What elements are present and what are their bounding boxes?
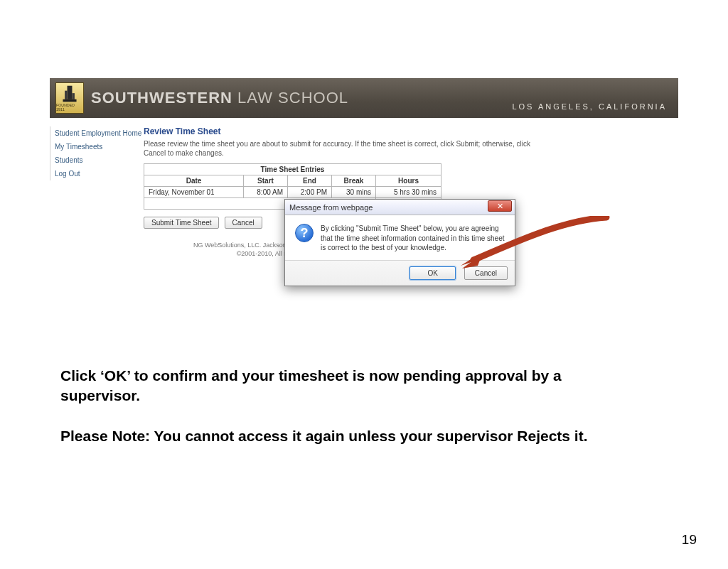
cell-date: Friday, November 01 (144, 187, 244, 198)
sidebar-item-students[interactable]: Students (50, 153, 144, 167)
svg-rect-2 (72, 93, 74, 99)
logo: FOUNDED 1911 (55, 82, 84, 114)
banner-location: LOS ANGELES, CALIFORNIA (512, 102, 667, 111)
sidebar-item-timesheets[interactable]: My Timesheets (50, 140, 144, 153)
dialog-cancel-button[interactable]: Cancel (464, 266, 508, 280)
question-icon: ? (295, 224, 314, 242)
brand-strong: SOUTHWESTERN (91, 89, 232, 107)
cell-hours: 5 hrs 30 mins (376, 187, 441, 198)
page-title: Review Time Sheet (144, 126, 678, 136)
submit-timesheet-button[interactable]: Submit Time Sheet (144, 217, 219, 229)
svg-rect-1 (65, 91, 67, 99)
page-instructions: Please review the time sheet you are abo… (144, 139, 542, 158)
svg-rect-0 (68, 86, 73, 99)
cell-start: 8:00 AM (244, 187, 288, 198)
th-hours: Hours (376, 175, 441, 187)
confirm-dialog: Message from webpage ✕ ? By clicking "Su… (284, 199, 515, 286)
page-number: 19 (682, 532, 697, 548)
table-caption: Time Sheet Entries (144, 164, 441, 175)
sidebar: Student Employment Home My Timesheets St… (50, 126, 144, 258)
slide-caption: Click ‘OK’ to confirm and your timesheet… (60, 366, 643, 446)
sidebar-item-home[interactable]: Student Employment Home (50, 126, 144, 140)
table-row: Friday, November 01 8:00 AM 2:00 PM 30 m… (144, 187, 441, 198)
sidebar-item-logout[interactable]: Log Out (50, 167, 144, 180)
close-icon[interactable]: ✕ (488, 200, 512, 212)
app-banner: FOUNDED 1911 SOUTHWESTERN LAW SCHOOL LOS… (50, 78, 678, 118)
ok-button[interactable]: OK (410, 266, 455, 280)
th-date: Date (144, 175, 244, 187)
th-start: Start (244, 175, 288, 187)
dialog-actions: OK Cancel (285, 260, 515, 286)
cell-break: 30 mins (332, 187, 376, 198)
cell-end: 2:00 PM (288, 187, 332, 198)
logo-strip: FOUNDED 1911 (56, 103, 83, 112)
brand-light: LAW SCHOOL (232, 89, 348, 107)
caption-line1: Click ‘OK’ to confirm and your timesheet… (60, 366, 643, 406)
th-break: Break (332, 175, 376, 187)
caption-line2: Please Note: You cannot access it again … (60, 426, 643, 446)
th-end: End (288, 175, 332, 187)
dialog-message: By clicking "Submit Time Sheet" below, y… (321, 224, 505, 253)
dialog-titlebar: Message from webpage ✕ (285, 200, 515, 215)
cancel-button[interactable]: Cancel (225, 217, 262, 229)
svg-rect-3 (63, 99, 76, 102)
dialog-title: Message from webpage (289, 203, 373, 212)
brand-title: SOUTHWESTERN LAW SCHOOL (91, 89, 348, 107)
